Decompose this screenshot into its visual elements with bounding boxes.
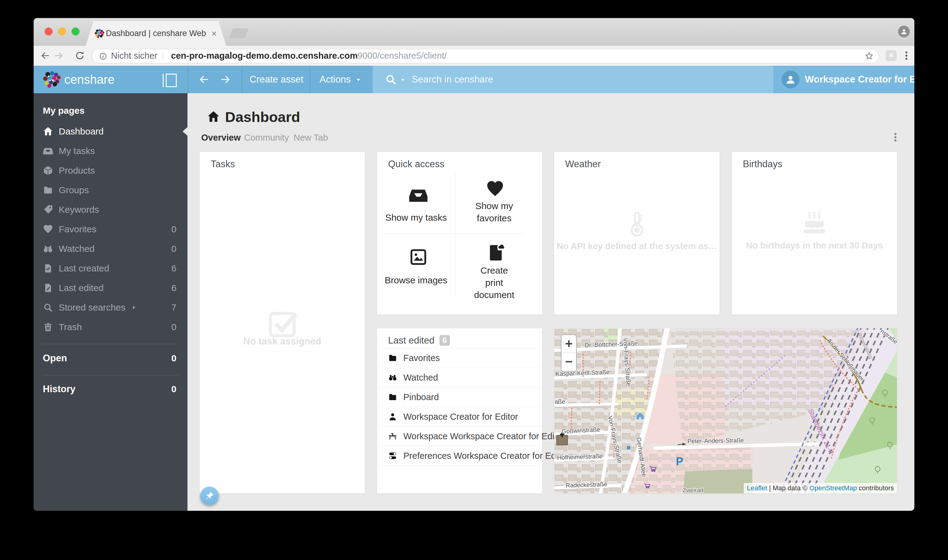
last-edited-row-preferences[interactable]: Preferences Workspace Creator for Editor	[377, 446, 542, 466]
open-label: Open	[43, 348, 67, 368]
sidebar-section-history[interactable]: History 0	[34, 379, 188, 399]
tray-icon	[43, 146, 53, 156]
url-path: :9000/censhare5/client/	[355, 49, 447, 62]
sidebar-item-products[interactable]: Products	[34, 161, 188, 180]
pinboard-fab-button[interactable]	[200, 487, 219, 505]
birthdays-card-title: Birthdays	[743, 158, 782, 170]
leaflet-link[interactable]: Leaflet	[747, 484, 767, 492]
osm-link[interactable]: OpenStreetMap	[809, 484, 857, 492]
sidebar-item-dashboard[interactable]: Dashboard	[34, 122, 188, 141]
last-edited-row-workspace[interactable]: Workspace Creator for Editor	[377, 407, 542, 426]
tray-icon	[408, 186, 428, 205]
security-label: Nicht sicher	[111, 49, 157, 62]
censhare-logo[interactable]	[42, 70, 61, 89]
bookmark-star-icon[interactable]	[865, 51, 874, 60]
expand-caret-right-icon[interactable]	[131, 305, 137, 311]
open-count: 0	[171, 348, 176, 368]
sidebar-divider	[42, 375, 179, 375]
quick-create-print-document[interactable]: Create print document	[455, 237, 533, 295]
sidebar-item-trash[interactable]: Trash 0	[34, 317, 188, 337]
url-host: cen-pro-magalog-demo.demo.censhare.com	[171, 49, 358, 62]
desk-icon	[388, 432, 397, 441]
sidebar-item-label: Last edited	[59, 278, 104, 298]
birthdays-card: Birthdays No birthdays in the next 30 Da…	[732, 152, 897, 315]
history-label: History	[43, 379, 76, 399]
reload-icon[interactable]	[75, 51, 85, 61]
sidebar-section-open[interactable]: Open 0	[34, 348, 188, 368]
sidebar-item-last-edited[interactable]: Last edited 6	[34, 278, 188, 298]
zoom-out-button[interactable]: −	[561, 353, 576, 371]
page-home-icon	[207, 110, 220, 123]
close-window-button[interactable]	[45, 28, 52, 35]
sidebar-item-favorites[interactable]: Favorites 0	[34, 220, 188, 239]
last-edited-title: Last edited6	[388, 335, 450, 346]
maximize-window-button[interactable]	[72, 28, 80, 35]
cube-icon	[43, 165, 53, 176]
row-label: Watched	[403, 368, 438, 387]
sidebar: My pages Dashboard My tasks Products Gro…	[34, 93, 188, 511]
url-bar[interactable]: Nicht sicher cen-pro-magalog-demo.demo.c…	[92, 49, 879, 63]
map-zoom-control: + −	[561, 334, 577, 372]
create-asset-button[interactable]: Create asset	[250, 66, 304, 93]
tab-overview[interactable]: Overview	[201, 133, 240, 143]
workspace-user-label[interactable]: Workspace Creator for Editor	[805, 66, 914, 93]
sidebar-item-label: My tasks	[59, 141, 95, 161]
sidebar-item-stored-searches[interactable]: Stored searches 7	[34, 298, 188, 317]
forward-icon[interactable]	[53, 50, 64, 61]
last-edited-badge: 6	[439, 335, 450, 346]
zoom-in-button[interactable]: +	[561, 335, 576, 353]
print-document-cloud-icon	[486, 243, 506, 263]
new-tab-button[interactable]	[229, 28, 249, 38]
user-avatar[interactable]	[782, 71, 799, 88]
back-icon[interactable]	[40, 50, 51, 61]
censhare-favicon	[94, 28, 105, 39]
actions-button[interactable]: Actions	[319, 66, 351, 93]
sidebar-item-my-tasks[interactable]: My tasks	[34, 141, 188, 161]
info-icon[interactable]	[99, 52, 107, 60]
last-edited-row-favorites[interactable]: Favorites	[377, 348, 542, 368]
browser-tab[interactable]: Dashboard | censhare Web	[86, 21, 226, 46]
row-label: Workspace Creator for Editor	[403, 407, 518, 426]
tag-icon	[43, 205, 53, 215]
last-edited-row-pinboard[interactable]: Pinboard	[377, 387, 542, 407]
row-label: Workspace Workspace Creator for Editor	[403, 426, 565, 446]
row-label: Pinboard	[403, 387, 439, 407]
poi-label: Zweirad	[683, 487, 703, 493]
tab-new-tab[interactable]: New Tab	[294, 133, 328, 143]
page-menu-kebab-icon[interactable]	[890, 132, 901, 143]
last-edited-row-workspace-workspace[interactable]: Workspace Workspace Creator for Editor	[377, 426, 542, 446]
sidebar-item-label: Favorites	[59, 220, 96, 239]
weather-card-title: Weather	[565, 158, 601, 170]
browser-menu-kebab-icon[interactable]	[901, 50, 912, 61]
quick-access-title: Quick access	[388, 158, 444, 170]
map-widget[interactable]: Dr.-Böttcher-Straße Kaspar-Kerll-Straße …	[554, 328, 897, 494]
last-edited-row-watched[interactable]: Watched	[377, 368, 542, 387]
quick-show-my-tasks[interactable]: Show my tasks	[377, 175, 455, 233]
tab-close-icon[interactable]	[210, 30, 218, 37]
nav-forward-icon[interactable]	[219, 73, 231, 86]
toggles-icon	[388, 451, 397, 460]
minimize-window-button[interactable]	[58, 28, 66, 35]
extension-icon[interactable]: a	[886, 50, 897, 61]
sidebar-item-last-created[interactable]: Last created 6	[34, 258, 188, 278]
search-icon[interactable]	[385, 73, 397, 86]
quick-show-my-favorites[interactable]: Show my favorites	[455, 175, 533, 233]
quick-browse-images[interactable]: Browse images	[377, 237, 455, 295]
collapse-sidebar-icon[interactable]	[166, 74, 177, 87]
search-input[interactable]: Search in censhare	[412, 66, 493, 93]
sidebar-item-watched[interactable]: Watched 0	[34, 239, 188, 258]
browser-profile-avatar[interactable]	[898, 26, 910, 37]
sidebar-item-groups[interactable]: Groups	[34, 180, 188, 200]
browser-window: Dashboard | censhare Web Nicht sicher ce…	[34, 18, 914, 511]
page-title: Dashboard	[225, 109, 300, 125]
browser-toolbar: Nicht sicher cen-pro-magalog-demo.demo.c…	[34, 46, 914, 66]
nav-back-icon[interactable]	[198, 73, 210, 86]
active-item-marker	[183, 127, 188, 136]
search-caret-down-icon[interactable]	[400, 77, 405, 83]
sidebar-item-label: Dashboard	[59, 122, 104, 141]
tab-community[interactable]: Community	[244, 133, 289, 143]
quick-label: Browse images	[377, 274, 455, 286]
check-square-icon	[265, 306, 299, 340]
street-label: Peter-Anders-Straße	[687, 437, 744, 445]
sidebar-item-keywords[interactable]: Keywords	[34, 200, 188, 220]
